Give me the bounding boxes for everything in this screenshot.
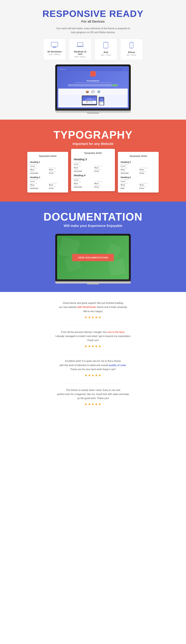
phone-icon bbox=[123, 42, 140, 50]
w-h4: extra-bold bbox=[74, 186, 92, 188]
typo-card-1-title: Typography details bbox=[30, 155, 65, 159]
tablet-icon bbox=[97, 42, 114, 50]
typography-title: TYPOGRAPHY bbox=[3, 129, 183, 141]
typography-section: TYPOGRAPHY Important for any Website Typ… bbox=[0, 120, 186, 202]
typo-card-2: Typography details Heading 3 FONT FAMILY… bbox=[71, 149, 115, 191]
svg-point-10 bbox=[131, 47, 132, 48]
fs-h2: 36 px bbox=[30, 184, 47, 186]
testimonial-3: Excellent work! It is quite rare for me … bbox=[42, 359, 144, 377]
testimonial-2-highlight: one is the best. bbox=[107, 331, 125, 333]
laptop-icon bbox=[72, 42, 89, 49]
lh-h3: 42 px bbox=[94, 167, 112, 168]
w-h3: extra-bold bbox=[74, 170, 92, 172]
svg-point-7 bbox=[106, 47, 106, 48]
device-card-5k: 5K Resolution 5120 × 2880 px bbox=[43, 39, 66, 60]
w-label-h3: WEIGHT bbox=[74, 169, 92, 170]
view-documentation-button[interactable]: VIEW DOCUMENTATION bbox=[72, 254, 114, 261]
device-iphone-res: 960 × 640 px bbox=[123, 54, 140, 56]
t-h3: 0,5 px bbox=[94, 170, 112, 172]
svg-rect-4 bbox=[76, 46, 84, 47]
fs-label-h4: FONT SIZE bbox=[74, 181, 92, 182]
testimonial-1-highlight: with HostCluster bbox=[77, 306, 96, 308]
heading-2-block: Heading 2 FONT FAMILY Nunito FONT SIZE 3… bbox=[30, 176, 65, 189]
devices-grid: 5K Resolution 5120 × 2880 px MacBook 15 … bbox=[40, 39, 146, 60]
font-family-label-h1: FONT FAMILY bbox=[30, 164, 65, 165]
w-label-h1: WEIGHT bbox=[30, 171, 47, 172]
doc-laptop-mockup: VIEW DOCUMENTATION bbox=[55, 234, 131, 284]
svg-rect-0 bbox=[51, 42, 58, 47]
device-macbook-res: 2880 × 1800 px bbox=[72, 56, 89, 58]
lh-h6: 30 px bbox=[139, 184, 156, 186]
w-label-h4: WEIGHT bbox=[74, 185, 92, 186]
t-h5: 0,5 px bbox=[139, 172, 156, 174]
t-label-h6: TRACKING bbox=[139, 186, 156, 188]
lh-h4: 38 px bbox=[94, 182, 112, 184]
device-card-iphone: iPhone 960 × 640 px bbox=[120, 39, 143, 60]
heading-4-label: Heading 4 bbox=[74, 174, 112, 177]
fs-label-h2: FONT SIZE bbox=[30, 182, 47, 184]
lh-label-h5: LINE HEIGHT bbox=[139, 167, 156, 169]
device-ipad-res: 1024 × 768 px bbox=[97, 54, 114, 56]
documentation-section: DOCUMENTATION Will make your Experience … bbox=[0, 202, 186, 292]
heading-3-block: Heading 3 FONT FAMILY Nunito FONT SIZE 3… bbox=[74, 158, 112, 172]
t-h1: 0,5 px bbox=[49, 172, 65, 174]
typography-cards: Typography details Heading 1 FONT FAMILY… bbox=[3, 152, 183, 192]
font-family-label-h6: FONT FAMILY bbox=[121, 179, 156, 180]
lh-label-h1: LINE HEIGHT bbox=[49, 167, 65, 169]
testimonial-3-highlight: quality of code. bbox=[109, 364, 127, 366]
font-family-h6: Nunito bbox=[121, 180, 156, 182]
typo-card-3: Typography details Heading 5 FONT FAMILY… bbox=[118, 152, 159, 192]
w-h5: semi-bold bbox=[121, 172, 137, 174]
heading-1-block: Heading 1 FONT FAMILY Nunito FONT SIZE 4… bbox=[30, 161, 65, 174]
testimonial-1: Great theme and great support! We just f… bbox=[42, 301, 144, 319]
svg-rect-5 bbox=[79, 46, 81, 46]
fs-h6: 20 px bbox=[121, 184, 137, 186]
lh-label-h4: LINE HEIGHT bbox=[94, 181, 112, 182]
testimonial-4: This theme is exactly what I need. Easy … bbox=[42, 388, 144, 406]
font-family-h5: Nunito bbox=[121, 165, 156, 167]
testimonial-1-text: Great theme and great support! We just f… bbox=[42, 301, 144, 313]
w-label-h5: WEIGHT bbox=[121, 171, 137, 172]
typo-card-1: Typography details Heading 1 FONT FAMILY… bbox=[27, 152, 68, 192]
testimonial-2-text: From all the previous themes I bought, t… bbox=[42, 330, 144, 342]
w-h2: extra-bold bbox=[30, 188, 47, 189]
svg-rect-1 bbox=[53, 47, 56, 47]
t-label-h2: TRACKING bbox=[49, 186, 65, 188]
heading-6-label: Heading 6 bbox=[121, 176, 156, 178]
fs-h3: 32 px bbox=[74, 167, 92, 168]
fs-h1: 48 px bbox=[30, 169, 47, 170]
responsive-description: Your work will look better, every elemen… bbox=[55, 26, 131, 34]
heading-5-block: Heading 5 FONT FAMILY Nunito FONT SIZE 2… bbox=[121, 161, 156, 174]
fs-h5: 24 px bbox=[121, 169, 137, 170]
font-family-label-h2: FONT FAMILY bbox=[30, 179, 65, 180]
testimonial-3-stars: ★★★★★ bbox=[42, 374, 144, 377]
fs-h4: 28 px bbox=[74, 182, 92, 184]
typo-card-2-title: Typography details bbox=[74, 152, 112, 156]
heading-5-label: Heading 5 bbox=[121, 161, 156, 163]
lh-h1: 52 px bbox=[49, 169, 65, 170]
testimonial-2-stars: ★★★★★ bbox=[42, 344, 144, 348]
fs-label-h5: FONT SIZE bbox=[121, 167, 137, 169]
t-label-h3: TRACKING bbox=[94, 169, 112, 170]
lh-label-h2: LINE HEIGHT bbox=[49, 182, 65, 184]
w-label-h2: WEIGHT bbox=[30, 186, 47, 188]
font-family-h1: Nunito bbox=[30, 165, 65, 167]
monitor-icon bbox=[46, 42, 63, 49]
device-ipad-name: iPad bbox=[97, 51, 114, 54]
testimonial-1-stars: ★★★★★ bbox=[42, 316, 144, 319]
fs-label-h6: FONT SIZE bbox=[121, 182, 137, 184]
font-family-label-h4: FONT FAMILY bbox=[74, 178, 112, 179]
testimonials-section: Great theme and great support! We just f… bbox=[0, 292, 186, 421]
t-h2: 0,5 px bbox=[49, 188, 65, 189]
lh-label-h6: LINE HEIGHT bbox=[139, 182, 156, 184]
testimonial-2: From all the previous themes I bought, t… bbox=[42, 330, 144, 348]
svg-rect-3 bbox=[77, 42, 83, 46]
testimonial-4-stars: ★★★★★ bbox=[42, 402, 144, 406]
divider-2 bbox=[63, 354, 123, 354]
heading-1-label: Heading 1 bbox=[30, 161, 65, 163]
device-macbook-name: MacBook 15 inch bbox=[72, 50, 89, 55]
t-h6: 0,5 px bbox=[139, 188, 156, 189]
testimonial-3-text: Excellent work! It is quite rare for me … bbox=[42, 359, 144, 371]
heading-2-label: Heading 2 bbox=[30, 176, 65, 178]
heading-4-block: Heading 4 FONT FAMILY Nunito FONT SIZE 2… bbox=[74, 174, 112, 188]
